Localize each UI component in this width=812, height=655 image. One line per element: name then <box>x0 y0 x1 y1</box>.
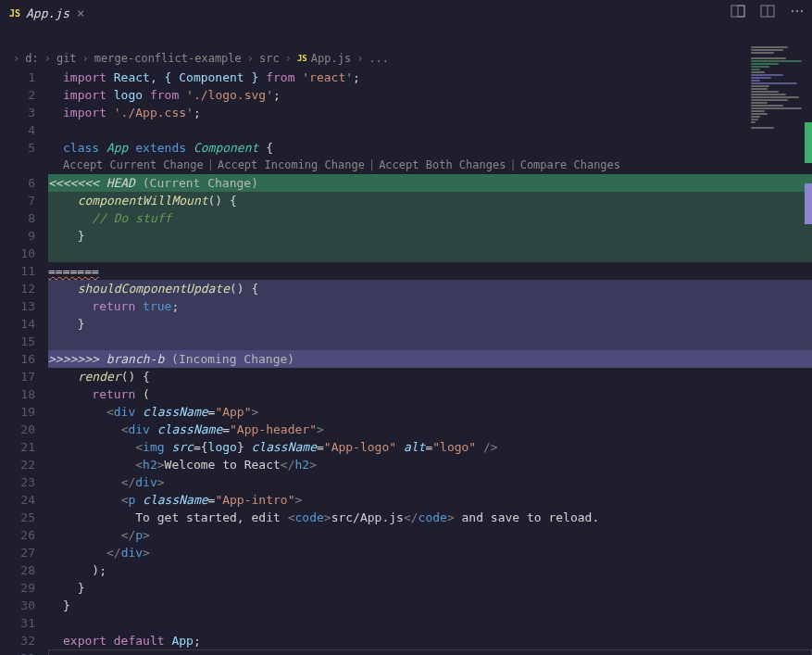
line-number: 33 <box>0 649 35 655</box>
minimap[interactable] <box>751 46 806 139</box>
code-line: <div className="App-header"> <box>48 421 812 438</box>
line-number: 25 <box>0 509 35 526</box>
chevron-right-icon: › <box>285 52 292 65</box>
line-number: 5 <box>0 139 35 157</box>
line-number: 4 <box>0 121 35 139</box>
code-line: To get started, edit <code>src/App.js</c… <box>48 509 812 526</box>
code-line: <div className="App"> <box>48 403 812 421</box>
svg-rect-1 <box>738 6 744 17</box>
code-line: } <box>48 315 812 333</box>
editor[interactable]: 1 2 3 4 5 6 7 8 9 10 11 12 13 14 15 16 1… <box>0 69 812 655</box>
js-file-icon: JS <box>9 8 20 19</box>
code-line: // Do stuff <box>48 209 812 227</box>
line-number: 3 <box>0 104 35 121</box>
line-number: 32 <box>0 632 35 649</box>
chevron-right-icon: › <box>82 52 89 65</box>
breadcrumb-segment[interactable]: d: <box>25 52 38 65</box>
breadcrumb-symbol[interactable]: ... <box>369 52 389 65</box>
more-actions-icon[interactable] <box>790 4 805 19</box>
split-editor-icon[interactable] <box>731 4 745 19</box>
code-line <box>48 333 812 350</box>
line-number: 31 <box>0 614 35 632</box>
accept-incoming-change[interactable]: Accept Incoming Change <box>218 158 365 171</box>
conflict-current-header: <<<<<<< HEAD (Current Change) <box>48 174 812 192</box>
line-number: 30 <box>0 597 35 614</box>
line-number: 15 <box>0 333 35 350</box>
code-line: render() { <box>48 368 812 385</box>
code-line: } <box>48 579 812 597</box>
line-number: 19 <box>0 403 35 421</box>
breadcrumb: › d: › git › merge-conflict-example › sr… <box>0 48 812 69</box>
conflict-separator: ======= <box>48 262 812 280</box>
compare-changes[interactable]: Compare Changes <box>520 158 620 171</box>
line-gutter: 1 2 3 4 5 6 7 8 9 10 11 12 13 14 15 16 1… <box>0 69 48 655</box>
line-number: 20 <box>0 421 35 438</box>
line-number <box>0 157 35 174</box>
line-number: 6 <box>0 174 35 192</box>
svg-point-6 <box>801 10 803 12</box>
line-number: 12 <box>0 280 35 297</box>
line-number: 7 <box>0 192 35 209</box>
line-number: 16 <box>0 350 35 368</box>
line-number: 28 <box>0 561 35 579</box>
breadcrumb-segment[interactable]: merge-conflict-example <box>94 52 242 65</box>
code-line: import logo from './logo.svg'; <box>48 86 812 104</box>
line-number: 1 <box>0 69 35 86</box>
merge-codelens: Accept Current Change|Accept Incoming Ch… <box>48 157 812 174</box>
code-line <box>48 614 812 632</box>
breadcrumb-segment[interactable]: git <box>56 52 77 65</box>
line-number: 2 <box>0 86 35 104</box>
accept-both-changes[interactable]: Accept Both Changes <box>379 158 506 171</box>
chevron-right-icon: › <box>44 52 51 65</box>
code-line: ); <box>48 561 812 579</box>
tab-filename: App.js <box>26 6 69 20</box>
chevron-right-icon: › <box>13 52 19 65</box>
ruler-mark-current <box>805 122 812 163</box>
code-line: shouldComponentUpdate() { <box>48 280 812 297</box>
code-line: <img src={logo} className="App-logo" alt… <box>48 438 812 456</box>
line-number: 29 <box>0 579 35 597</box>
code-line: componentWillMount() { <box>48 192 812 209</box>
line-number: 24 <box>0 491 35 509</box>
chevron-right-icon: › <box>247 52 254 65</box>
tab-app-js[interactable]: JS App.js × <box>0 0 95 25</box>
code-line: </div> <box>48 544 812 561</box>
code-line: </p> <box>48 526 812 544</box>
code-area[interactable]: import React, { Component } from 'react'… <box>48 69 812 655</box>
svg-point-5 <box>796 10 798 12</box>
conflict-incoming-header: >>>>>>> branch-b (Incoming Change) <box>48 350 812 368</box>
code-line: import React, { Component } from 'react'… <box>48 69 812 86</box>
js-file-icon: JS <box>297 54 307 63</box>
svg-point-4 <box>792 10 793 12</box>
breadcrumb-segment[interactable]: src <box>259 52 280 65</box>
line-number: 23 <box>0 473 35 491</box>
line-number: 13 <box>0 297 35 315</box>
breadcrumb-file[interactable]: App.js <box>311 52 351 65</box>
ruler-mark-incoming <box>805 183 812 224</box>
line-number: 21 <box>0 438 35 456</box>
code-line: import './App.css'; <box>48 104 812 121</box>
code-line: } <box>48 597 812 614</box>
line-number: 10 <box>0 245 35 262</box>
chevron-right-icon: › <box>356 52 363 65</box>
code-line: class App extends Component { <box>48 139 812 157</box>
line-number: 18 <box>0 385 35 403</box>
code-line: return true; <box>48 297 812 315</box>
line-number: 8 <box>0 209 35 227</box>
close-icon[interactable]: × <box>75 6 86 20</box>
overview-ruler[interactable] <box>805 46 812 655</box>
code-line <box>48 121 812 139</box>
line-number: 22 <box>0 456 35 473</box>
tab-bar: JS App.js × <box>0 0 701 26</box>
editor-layout-icon[interactable] <box>760 4 775 19</box>
code-line: } <box>48 227 812 245</box>
line-number: 26 <box>0 526 35 544</box>
line-number: 14 <box>0 315 35 333</box>
code-line <box>48 245 812 262</box>
accept-current-change[interactable]: Accept Current Change <box>63 158 204 171</box>
code-line: <h2>Welcome to React</h2> <box>48 456 812 473</box>
line-number: 9 <box>0 227 35 245</box>
code-line: <p className="App-intro"> <box>48 491 812 509</box>
line-number: 17 <box>0 368 35 385</box>
code-line: </div> <box>48 473 812 491</box>
